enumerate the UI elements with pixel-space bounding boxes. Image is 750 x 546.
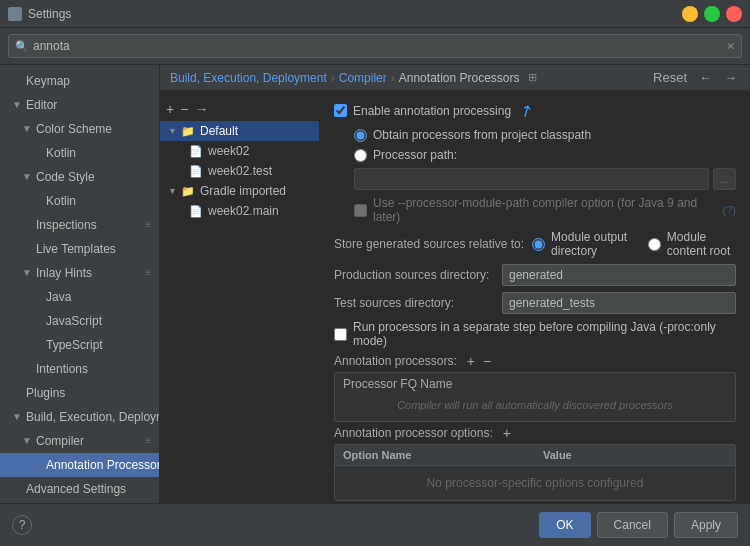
- production-sources-input[interactable]: [502, 264, 736, 286]
- sidebar-item-inlay-hints[interactable]: Inlay Hints ≡: [0, 261, 159, 285]
- sidebar-item-live-templates[interactable]: Live Templates: [0, 237, 159, 261]
- sidebar-label-build-exec: Build, Execution, Deployment: [26, 408, 159, 426]
- remove-processor-button[interactable]: −: [481, 354, 493, 368]
- app-icon: [8, 7, 22, 21]
- ok-button[interactable]: OK: [539, 512, 590, 538]
- arrow-compiler: [22, 432, 32, 450]
- module-content-label[interactable]: Module content root: [648, 230, 736, 258]
- sidebar-item-code-style[interactable]: Code Style: [0, 165, 159, 189]
- test-sources-input[interactable]: [502, 292, 736, 314]
- module-content-radio[interactable]: [648, 238, 661, 251]
- search-clear-button[interactable]: ✕: [726, 40, 735, 53]
- processor-path-radio[interactable]: [354, 149, 367, 162]
- enable-annotation-label[interactable]: Enable annotation processing: [334, 104, 511, 118]
- add-module-button[interactable]: +: [166, 101, 174, 117]
- close-button[interactable]: [726, 6, 742, 22]
- processor-path-input[interactable]: [354, 168, 709, 190]
- sidebar-item-keymap[interactable]: Keymap: [0, 69, 159, 93]
- compiler-placeholder: Compiler will run all automatically disc…: [335, 395, 735, 415]
- cancel-button[interactable]: Cancel: [597, 512, 668, 538]
- sidebar-item-intentions[interactable]: Intentions: [0, 357, 159, 381]
- search-bar: 🔍 ✕: [0, 28, 750, 65]
- module-label-week02-test: week02.test: [208, 164, 272, 178]
- module-item-gradle[interactable]: ▼ 📁 Gradle imported: [160, 181, 319, 201]
- processor-path-browse-btn[interactable]: ...: [713, 168, 736, 190]
- module-output-label[interactable]: Module output directory: [532, 230, 634, 258]
- inspections-indicator: ≡: [145, 216, 151, 234]
- nav-forward-button[interactable]: →: [721, 70, 740, 85]
- sidebar-item-kotlin-code[interactable]: Kotlin: [0, 189, 159, 213]
- test-sources-row: Test sources directory:: [334, 292, 736, 314]
- sidebar-label-code-style: Code Style: [36, 168, 95, 186]
- breadcrumb-bar: Build, Execution, Deployment › Compiler …: [160, 65, 750, 91]
- sidebar-item-plugins[interactable]: Plugins: [0, 381, 159, 405]
- sidebar-label-live-templates: Live Templates: [36, 240, 116, 258]
- breadcrumb-compiler[interactable]: Compiler: [339, 71, 387, 85]
- help-button[interactable]: ?: [12, 515, 32, 535]
- processor-path-input-wrapper: ...: [354, 168, 736, 190]
- enable-annotation-row: Enable annotation processing ↗: [334, 101, 736, 120]
- processor-path-label[interactable]: Processor path:: [354, 148, 457, 162]
- sidebar-item-javascript[interactable]: JavaScript: [0, 309, 159, 333]
- sidebar-item-color-scheme[interactable]: Color Scheme: [0, 117, 159, 141]
- enable-annotation-checkbox[interactable]: [334, 104, 347, 117]
- no-options-placeholder: No processor-specific options configured: [335, 466, 735, 500]
- module-item-week02-test[interactable]: 📄 week02.test: [160, 161, 319, 181]
- search-input[interactable]: [33, 39, 143, 53]
- sidebar-item-compiler[interactable]: Compiler ≡: [0, 429, 159, 453]
- sidebar-label-inspections: Inspections: [36, 216, 97, 234]
- breadcrumb-build[interactable]: Build, Execution, Deployment: [170, 71, 327, 85]
- obtain-classpath-radio[interactable]: [354, 129, 367, 142]
- reset-button[interactable]: Reset: [650, 70, 690, 85]
- store-generated-options: Module output directory Module content r…: [532, 230, 736, 258]
- production-sources-row: Production sources directory:: [334, 264, 736, 286]
- module-label-default: Default: [200, 124, 238, 138]
- sidebar-label-editor: Editor: [26, 96, 57, 114]
- processor-path-text: Processor path:: [373, 148, 457, 162]
- processor-module-checkbox[interactable]: [354, 204, 367, 217]
- test-sources-label: Test sources directory:: [334, 296, 494, 310]
- minimize-button[interactable]: [682, 6, 698, 22]
- apply-button[interactable]: Apply: [674, 512, 738, 538]
- file-icon-week02: 📄: [189, 145, 203, 158]
- add-processor-button[interactable]: +: [465, 354, 477, 368]
- remove-module-button[interactable]: −: [180, 101, 188, 117]
- processor-path-input-row: ...: [354, 168, 736, 190]
- sidebar-item-java[interactable]: Java: [0, 285, 159, 309]
- sidebar-label-kotlin-cs: Kotlin: [46, 144, 76, 162]
- module-label-gradle: Gradle imported: [200, 184, 286, 198]
- run-processors-label[interactable]: Run processors in a separate step before…: [334, 320, 736, 348]
- annotation-processors-label: Annotation processors:: [334, 354, 457, 368]
- module-item-week02-main[interactable]: 📄 week02.main: [160, 201, 319, 221]
- file-icon-week02-main: 📄: [189, 205, 203, 218]
- nav-back-button[interactable]: ←: [696, 70, 715, 85]
- inlay-hints-indicator: ≡: [145, 264, 151, 282]
- navigate-module-button[interactable]: →: [194, 101, 208, 117]
- arrow-annotation-icon: ↗: [515, 99, 536, 122]
- add-option-button[interactable]: +: [501, 426, 513, 440]
- run-processors-checkbox[interactable]: [334, 328, 347, 341]
- sidebar-label-plugins: Plugins: [26, 384, 65, 402]
- processor-module-label[interactable]: Use --processor-module-path compiler opt…: [354, 196, 736, 224]
- content-panel: + − → ▼ 📁 Default 📄 week02: [160, 91, 750, 503]
- sidebar-item-typescript[interactable]: TypeScript: [0, 333, 159, 357]
- sidebar-item-advanced-settings[interactable]: Advanced Settings: [0, 477, 159, 501]
- sidebar-item-kotlin-cs[interactable]: Kotlin: [0, 141, 159, 165]
- annotation-processors-toolbar: Annotation processors: + −: [334, 354, 736, 368]
- processor-module-text: Use --processor-module-path compiler opt…: [373, 196, 713, 224]
- sidebar-label-kotlin-code: Kotlin: [46, 192, 76, 210]
- sidebar-item-annotation-processors[interactable]: Annotation Processors ≡: [0, 453, 159, 477]
- annotation-processors-section: Annotation processors: + − Processor FQ …: [334, 354, 736, 422]
- action-buttons: OK Cancel Apply: [539, 512, 738, 538]
- sidebar-item-build-exec[interactable]: Build, Execution, Deployment: [0, 405, 159, 429]
- module-output-radio[interactable]: [532, 238, 545, 251]
- sidebar-item-inspections[interactable]: Inspections ≡: [0, 213, 159, 237]
- content-area: Build, Execution, Deployment › Compiler …: [160, 65, 750, 503]
- module-item-default[interactable]: ▼ 📁 Default: [160, 121, 319, 141]
- module-item-week02[interactable]: 📄 week02: [160, 141, 319, 161]
- processor-options-section: Annotation processor options: + Option N…: [334, 426, 736, 501]
- maximize-button[interactable]: [704, 6, 720, 22]
- window-controls: [682, 6, 742, 22]
- sidebar-item-editor[interactable]: Editor: [0, 93, 159, 117]
- obtain-classpath-label[interactable]: Obtain processors from project classpath: [354, 128, 591, 142]
